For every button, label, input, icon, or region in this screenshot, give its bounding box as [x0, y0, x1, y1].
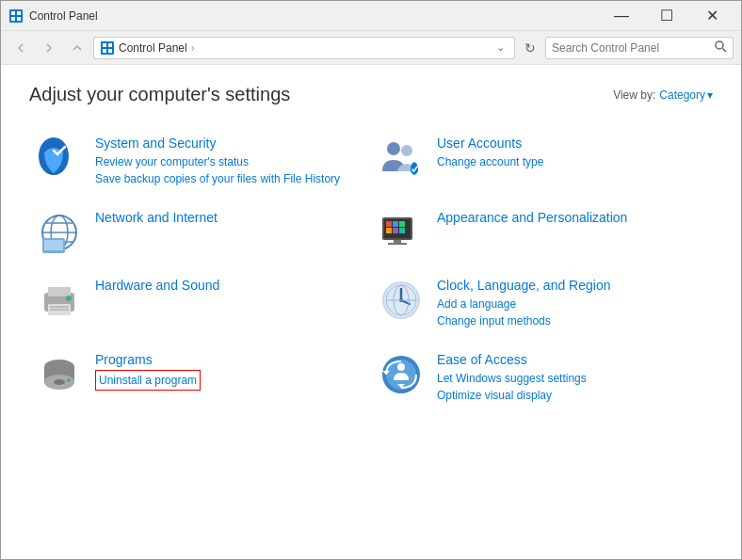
- ease-of-access-link-2[interactable]: Optimize visual display: [437, 387, 705, 404]
- view-by-control: View by: Category ▾: [613, 88, 713, 102]
- minimize-button[interactable]: —: [600, 1, 643, 31]
- svg-rect-30: [399, 228, 405, 233]
- category-system-security: System and Security Review your computer…: [29, 124, 371, 199]
- window-title: Control Panel: [29, 9, 600, 23]
- svg-rect-25: [386, 221, 392, 227]
- svg-rect-6: [103, 43, 106, 47]
- system-security-icon: [37, 136, 82, 181]
- clock-language-icon: [379, 278, 424, 323]
- svg-rect-21: [44, 240, 63, 250]
- svg-rect-36: [50, 306, 69, 308]
- ease-of-access-link-1[interactable]: Let Windows suggest settings: [437, 370, 705, 387]
- user-accounts-link-1[interactable]: Change account type: [437, 153, 705, 170]
- svg-rect-7: [108, 43, 112, 47]
- appearance-title[interactable]: Appearance and Personalization: [437, 210, 705, 225]
- user-accounts-text: User Accounts Change account type: [437, 136, 705, 170]
- up-button[interactable]: [65, 36, 89, 60]
- breadcrumb: Control Panel ›: [119, 41, 197, 55]
- ease-of-access-icon: [379, 352, 424, 397]
- search-bar: [545, 37, 734, 59]
- programs-title[interactable]: Programs: [95, 352, 363, 367]
- svg-point-54: [397, 363, 405, 371]
- appearance-text: Appearance and Personalization: [437, 210, 705, 228]
- svg-rect-29: [393, 228, 398, 233]
- hardware-sound-text: Hardware and Sound: [95, 278, 363, 296]
- clock-language-text: Clock, Language, and Region Add a langua…: [437, 278, 705, 329]
- svg-rect-32: [388, 243, 407, 245]
- breadcrumb-separator: ›: [191, 41, 195, 55]
- category-clock-language: Clock, Language, and Region Add a langua…: [371, 266, 713, 341]
- svg-rect-26: [393, 221, 398, 227]
- system-security-title[interactable]: System and Security: [95, 136, 363, 151]
- svg-rect-34: [48, 287, 71, 296]
- network-internet-text: Network and Internet: [95, 210, 363, 228]
- svg-rect-9: [108, 49, 112, 53]
- category-ease-of-access: Ease of Access Let Windows suggest setti…: [371, 341, 713, 415]
- navigation-bar: Control Panel › ⌄ ↻: [1, 31, 741, 65]
- svg-rect-22: [49, 251, 58, 253]
- svg-point-50: [54, 379, 65, 385]
- svg-rect-31: [394, 240, 401, 243]
- svg-point-51: [67, 378, 71, 382]
- category-network-internet: Network and Internet: [29, 199, 371, 266]
- system-security-text: System and Security Review your computer…: [95, 136, 363, 187]
- view-by-selector[interactable]: Category ▾: [659, 88, 713, 102]
- hardware-sound-title[interactable]: Hardware and Sound: [95, 278, 363, 293]
- programs-text: Programs Uninstall a program: [95, 352, 363, 391]
- appearance-icon: [379, 210, 424, 255]
- svg-rect-3: [11, 17, 15, 21]
- svg-line-11: [723, 48, 727, 52]
- maximize-button[interactable]: ☐: [645, 1, 688, 31]
- svg-point-14: [401, 145, 412, 156]
- breadcrumb-item[interactable]: Control Panel: [119, 41, 187, 55]
- svg-rect-2: [17, 11, 21, 15]
- content-area: Adjust your computer's settings View by:…: [1, 65, 741, 559]
- clock-language-link-1[interactable]: Add a language: [437, 296, 705, 312]
- back-button[interactable]: [8, 36, 33, 60]
- svg-rect-27: [399, 221, 405, 227]
- address-icon: [100, 40, 115, 56]
- window-icon: [8, 8, 24, 24]
- title-bar: Control Panel — ☐ ✕: [1, 1, 741, 31]
- ease-of-access-text: Ease of Access Let Windows suggest setti…: [437, 352, 705, 404]
- svg-point-10: [716, 41, 723, 49]
- category-user-accounts: User Accounts Change account type: [371, 124, 713, 199]
- svg-point-38: [66, 296, 72, 301]
- system-security-link-2[interactable]: Save backup copies of your files with Fi…: [95, 170, 363, 187]
- svg-rect-37: [50, 309, 69, 311]
- user-accounts-title[interactable]: User Accounts: [437, 136, 705, 151]
- category-programs: Programs Uninstall a program: [29, 341, 371, 415]
- categories-grid: System and Security Review your computer…: [29, 124, 713, 415]
- address-bar[interactable]: Control Panel › ⌄: [93, 37, 515, 59]
- close-button[interactable]: ✕: [690, 1, 734, 31]
- refresh-button[interactable]: ↻: [519, 37, 541, 59]
- address-dropdown-button[interactable]: ⌄: [492, 41, 508, 54]
- category-appearance: Appearance and Personalization: [371, 199, 713, 266]
- svg-point-13: [387, 142, 400, 155]
- page-header: Adjust your computer's settings View by:…: [29, 84, 713, 105]
- user-accounts-icon: [379, 136, 424, 181]
- network-internet-icon: [37, 210, 82, 255]
- programs-link-1[interactable]: Uninstall a program: [95, 370, 201, 391]
- category-hardware-sound: Hardware and Sound: [29, 266, 371, 341]
- page-title: Adjust your computer's settings: [29, 84, 290, 105]
- hardware-sound-icon: [37, 278, 82, 323]
- svg-rect-1: [11, 11, 15, 15]
- svg-rect-28: [386, 228, 392, 233]
- window-controls: — ☐ ✕: [600, 1, 734, 31]
- search-button[interactable]: [715, 40, 727, 56]
- svg-rect-8: [103, 49, 106, 53]
- forward-button[interactable]: [37, 36, 61, 60]
- svg-rect-4: [17, 17, 21, 21]
- clock-language-title[interactable]: Clock, Language, and Region: [437, 278, 705, 293]
- view-by-label: View by:: [613, 88, 655, 102]
- system-security-link-1[interactable]: Review your computer's status: [95, 153, 363, 170]
- network-internet-title[interactable]: Network and Internet: [95, 210, 363, 225]
- search-input[interactable]: [552, 41, 715, 55]
- ease-of-access-title[interactable]: Ease of Access: [437, 352, 705, 367]
- programs-icon: [37, 352, 82, 397]
- clock-language-link-2[interactable]: Change input methods: [437, 312, 705, 329]
